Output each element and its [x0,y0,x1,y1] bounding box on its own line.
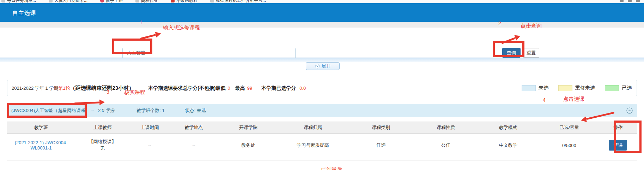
column-header: 课程归属 [279,122,347,134]
panel-footer-band [0,58,644,62]
legend-swatch-unselected [522,85,536,91]
teacher-tag: 【网络授课】 [75,139,129,145]
class-count-label: 教学班个数: [136,108,162,113]
legend-item-retake: 重修未选 [558,85,595,91]
annotation-step4-number: 4 [543,97,546,103]
folder-icon [210,0,214,2]
bookmark-item[interactable]: 数据库数据监控分析平台... [210,0,266,3]
annotation-footer-note: 已到最后 [321,166,342,170]
cell-capacity: 0/5000 [539,134,599,157]
course-status-label: 状态: [185,108,197,113]
column-header: 课程性质 [415,122,477,134]
bookmark-icon [100,0,104,2]
bookmark-label: 数据库数据监控分析平台... [216,0,266,3]
max-credits-value: 99 [247,86,252,91]
cell-category: 任选 [347,134,414,157]
search-panel: 查询 重置 [0,46,644,58]
max-credits-label: 最高 [235,85,245,92]
round-text: 第1轮 [58,85,70,92]
column-header: 操作 [599,122,637,134]
term-info-panel: 2021-2022 学年 1 学期 第1轮 （距选课结束还剩23小时） 本学期选… [7,80,637,96]
course-credits: 2.0 学分 [98,107,115,114]
status-legend: 未选 重修未选 已选 [522,85,632,91]
page-title: 自主选课 [12,10,36,17]
annotation-arrow-1 [140,31,162,41]
chevron-up-circle-icon [626,107,633,114]
folder-icon [135,0,139,2]
annotation-arrow-2 [500,33,521,46]
term-info-text: 2021-2022 学年 1 学期 第1轮 （距选课结束还剩23小时） 本学期选… [12,85,306,92]
cell-nature: 公任 [415,134,477,157]
course-header-band[interactable]: (JWCX004)人工智能（超星网络课程） -- 2.0 学分 教学班个数: 1… [7,104,637,117]
class-count: 教学班个数: 1 [136,107,164,114]
cell-college: 教务处 [218,134,278,157]
column-header: 课程类别 [347,122,414,134]
legend-label: 已选 [622,85,632,91]
header-sub-strip [0,22,644,28]
folder-icon [49,0,53,2]
teacher-name: 无 [75,145,129,152]
class-table: 教学班 上课教师 上课时间 教学地点 开课学院 课程归属 课程类别 课程性质 教… [7,122,637,157]
bookmark-label: 每日任务清单... [7,0,36,3]
column-header: 教学模式 [477,122,539,134]
bookmark-item[interactable]: 小破站教程 [171,0,198,3]
legend-item-selected: 已选 [605,85,632,91]
cell-belong: 学习与素质提高 [279,134,347,157]
semester-text: 2021-2022 学年 1 学期 [12,85,58,92]
app-header: 自主选课 [0,3,644,22]
bookmark-label: 高校作业 [141,0,158,3]
cell-time: -- [130,134,170,157]
legend-item-unselected: 未选 [522,85,548,91]
bookmark-item[interactable]: 天翼云自动部署... [49,0,87,3]
column-header: 开课学院 [218,122,278,134]
selected-credits-value: 0.0 [299,86,306,91]
bookmark-icon [1,0,5,2]
bookmark-label: 小破站教程 [176,0,198,3]
cell-class-code: (2021-2022-1)-JWCX004-WL0001-1 [7,134,75,157]
bookmark-item[interactable]: 高校作业 [135,0,158,3]
selected-credits-label: 本学期已选学分 [261,85,296,92]
cell-teacher: 【网络授课】 无 [75,134,130,157]
table-bottom-divider [7,160,637,160]
chevron-down-circle-icon [315,64,320,69]
cell-mode: 中文教学 [477,134,539,157]
column-header: 上课教师 [75,122,130,134]
credit-requirement-text: 本学期选课要求总学分(不包括)最低 [148,85,225,92]
class-count-value: 1 [162,108,164,113]
class-code-link[interactable]: (2021-2022-1)-JWCX004-WL0001-1 [15,140,68,151]
select-course-button[interactable]: 选课 [609,140,627,151]
bookmark-item[interactable]: 新手上路 [100,0,123,3]
bookmark-label: 新手上路 [106,0,123,3]
countdown-text: （距选课结束还剩23小时） [70,85,134,92]
min-credits-value: 0 [227,86,230,91]
column-header: 教学班 [7,122,75,134]
menu-icon[interactable] [636,0,640,2]
course-selection-page: 每日任务清单... 天翼云自动部署... 新手上路 高校作业 小破站教程 数据库… [0,0,644,170]
column-header: 已选/容量 [539,122,599,134]
legend-label: 重修未选 [575,85,595,91]
bookmark-item[interactable]: 每日任务清单... [1,0,36,3]
query-button[interactable]: 查询 [502,48,521,58]
expand-label: 展开 [322,63,331,69]
browser-bookmarks-bar: 每日任务清单... 天翼云自动部署... 新手上路 高校作业 小破站教程 数据库… [0,0,644,3]
course-title: (JWCX004)人工智能（超星网络课程） -- [11,107,94,114]
extension-icon[interactable] [628,0,632,2]
reset-button[interactable]: 重置 [523,48,539,58]
expand-toggle[interactable]: 展开 [306,62,340,70]
cell-location: -- [170,134,218,157]
column-header: 教学地点 [170,122,218,134]
cell-action: 选课 [599,134,637,157]
collapse-toggle[interactable] [626,107,633,114]
course-status: 状态: 未选 [185,107,206,114]
bookmark-label: 天翼云自动部署... [54,0,87,3]
course-search-input[interactable] [122,48,296,58]
printer-icon[interactable] [620,0,624,2]
column-header: 上课时间 [130,122,170,134]
table-row: (2021-2022-1)-JWCX004-WL0001-1 【网络授课】 无 … [7,134,637,157]
legend-swatch-selected [605,85,619,91]
course-status-value: 未选 [197,108,206,113]
legend-swatch-retake [558,85,572,91]
table-header-row: 教学班 上课教师 上课时间 教学地点 开课学院 课程归属 课程类别 课程性质 教… [7,122,637,134]
annotation-step4-label: 点击选课 [563,96,584,102]
bookmark-icon [171,0,175,2]
